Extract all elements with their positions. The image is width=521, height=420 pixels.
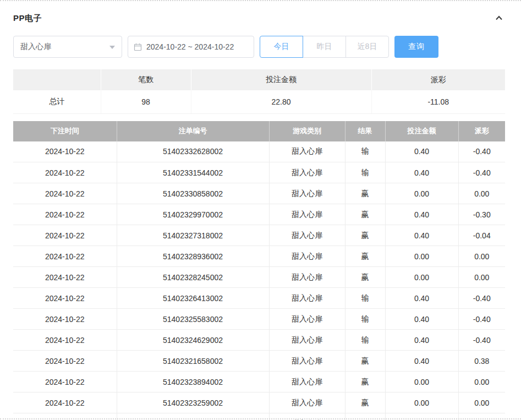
cell-game-type: 甜入心扉 [269,330,345,351]
header-bet-amount: 投注金额 [385,121,458,141]
cell-bet-amount: 0.40 [385,162,458,183]
table-row: 2024-10-22 51402325583002 甜入心扉 输 0.40 -0… [13,309,505,330]
cell-game-type: 甜入心扉 [269,204,345,225]
cell-order-number: 51402328245002 [117,267,269,288]
cell-order-number: 51402328936002 [117,246,269,267]
cell-game-type: 甜入心扉 [269,141,345,162]
summary-table: 笔数 投注金额 派彩 总计 98 22.80 -11.08 [13,69,505,114]
cell-result: 输 [345,330,385,351]
cell-order-number: 51402329970002 [117,204,269,225]
header-bet-time: 下注时间 [13,121,117,141]
quick-button-yesterday[interactable]: 昨日 [303,36,346,58]
cell-payout: 0.38 [458,351,505,372]
header-payout: 派彩 [458,121,505,141]
cell-order-number: 51402324629002 [117,330,269,351]
cell-game-type: 甜入心扉 [269,351,345,372]
cell-bet-amount: 0.40 [385,141,458,162]
cell-bet-time: 2024-10-22 [13,246,117,267]
cell-payout: -0.40 [458,309,505,330]
game-select[interactable]: 甜入心扉 [13,36,122,58]
summary-header-payout: 派彩 [371,69,505,90]
cell-order-number: 51402331544002 [117,162,269,183]
table-row: 2024-10-22 51402332628002 甜入心扉 输 0.40 -0… [13,141,505,162]
query-button[interactable]: 查询 [394,36,438,58]
records-table-body: 2024-10-22 51402332628002 甜入心扉 输 0.40 -0… [13,141,505,420]
cell-bet-amount: 0.40 [385,330,458,351]
quick-button-today[interactable]: 今日 [260,36,303,58]
cell-game-type: 甜入心扉 [269,392,345,413]
pp-games-panel: PP电子 甜入心扉 2024-10-22 ~ 2024-10-22 今日 昨日 … [0,13,521,420]
cell-bet-time: 2024-10-22 [13,351,117,372]
date-range-input[interactable]: 2024-10-22 ~ 2024-10-22 [128,36,254,58]
quick-button-last-8-days[interactable]: 近8日 [345,36,389,58]
cell-game-type: 甜入心扉 [269,225,345,246]
header-game-type: 游戏类别 [269,121,345,141]
collapse-button[interactable] [493,13,505,24]
table-row: 2024-10-22 51402328936002 甜入心扉 赢 0.00 0.… [13,246,505,267]
cell-result: 输 [345,141,385,162]
cell-result: 赢 [345,392,385,413]
cell-result: 赢 [345,351,385,372]
quick-range-button-group: 今日 昨日 近8日 [260,36,389,58]
summary-header-row: 笔数 投注金额 派彩 [13,69,505,90]
cell-bet-time: 2024-10-22 [13,225,117,246]
cell-bet-time: 2024-10-22 [13,183,117,204]
cell-order-number: 51402325583002 [117,309,269,330]
cell-bet-amount: 0.40 [385,351,458,372]
cell-bet-amount: 0.40 [385,204,458,225]
cell-bet-time: 2024-10-22 [13,141,117,162]
calendar-icon [134,43,142,51]
table-row: 2024-10-22 51402326413002 甜入心扉 输 0.40 -0… [13,288,505,309]
cell-bet-amount: 0.00 [385,372,458,392]
cell-bet-time: 2024-10-22 [13,372,117,392]
table-row: 2024-10-22 51402329970002 甜入心扉 赢 0.40 -0… [13,204,505,225]
cell-bet-time: 2024-10-22 [13,330,117,351]
cell-game-type: 甜入心扉 [269,183,345,204]
cell-result: 输 [345,288,385,309]
cell-bet-amount: 0.00 [385,392,458,413]
cell-order-number: 51402330858002 [117,183,269,204]
cell-payout: -0.40 [458,162,505,183]
table-row: 2024-10-22 51402323894002 甜入心扉 赢 0.00 0.… [13,372,505,392]
cell-bet-time: 2024-10-22 [13,204,117,225]
table-row: 2024-10-22 51402331544002 甜入心扉 输 0.40 -0… [13,162,505,183]
table-row: 2024-10-22 51402324629002 甜入心扉 输 0.40 -0… [13,330,505,351]
cell-bet-amount: 0.40 [385,288,458,309]
cell-order-number: 51402327318002 [117,225,269,246]
header-order-number: 注单编号 [117,121,269,141]
cell-game-type: 甜入心扉 [269,267,345,288]
cell-payout: 0.00 [458,246,505,267]
cell-payout: 0.00 [458,372,505,392]
cell-bet-amount: 0.00 [385,267,458,288]
cell-result: 赢 [345,204,385,225]
summary-count-value: 98 [101,90,191,113]
table-row: 2024-10-22 51402321658002 甜入心扉 赢 0.40 0.… [13,351,505,372]
cell-game-type: 甜入心扉 [269,309,345,330]
summary-total-row: 总计 98 22.80 -11.08 [13,90,505,113]
cell-result: 输 [345,162,385,183]
cell-order-number: 51402323259002 [117,392,269,413]
bottom-divider [0,418,521,419]
cell-game-type: 甜入心扉 [269,288,345,309]
cell-payout: -0.40 [458,288,505,309]
cell-result: 赢 [345,372,385,392]
cell-order-number: 51402321658002 [117,351,269,372]
cell-bet-time: 2024-10-22 [13,162,117,183]
cell-payout: -0.40 [458,330,505,351]
cell-payout: 0.00 [458,183,505,204]
cell-order-number: 51402326413002 [117,288,269,309]
summary-total-label: 总计 [13,90,101,113]
cell-game-type: 甜入心扉 [269,162,345,183]
cell-bet-time: 2024-10-22 [13,309,117,330]
records-header-row: 下注时间 注单编号 游戏类别 结果 投注金额 派彩 [13,121,505,141]
summary-header-count: 笔数 [101,69,191,90]
cell-order-number: 51402323894002 [117,372,269,392]
table-row: 2024-10-22 51402327318002 甜入心扉 赢 0.40 -0… [13,225,505,246]
cell-bet-amount: 0.00 [385,183,458,204]
cell-bet-amount: 0.40 [385,225,458,246]
summary-header-bet-amount: 投注金额 [191,69,371,90]
chevron-up-icon [494,14,504,23]
date-range-value: 2024-10-22 ~ 2024-10-22 [146,42,234,51]
cell-payout: -0.40 [458,141,505,162]
cell-payout: 0.00 [458,392,505,413]
